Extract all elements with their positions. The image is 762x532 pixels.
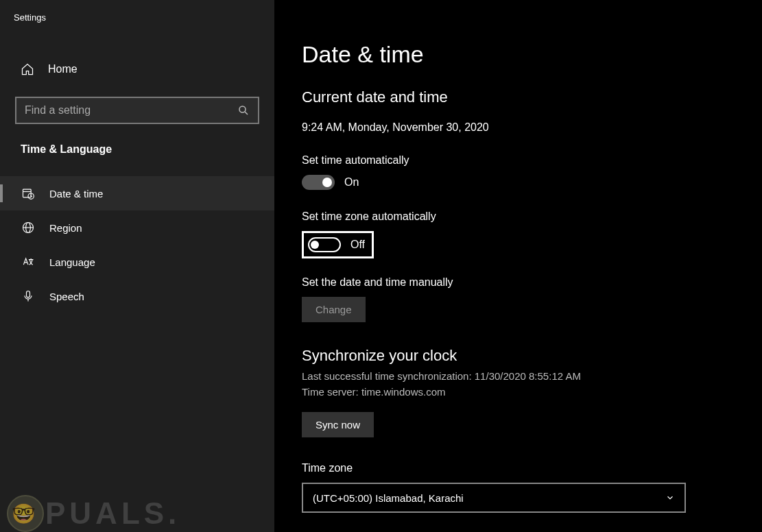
set-tz-auto-toggle[interactable]	[308, 237, 341, 252]
timezone-label: Time zone	[302, 462, 735, 474]
change-button[interactable]: Change	[302, 297, 366, 322]
sync-server-line: Time server: time.windows.com	[302, 385, 735, 400]
sync-clock-heading: Synchronize your clock	[302, 347, 735, 365]
set-tz-auto-label: Set time zone automatically	[302, 210, 735, 223]
app-title: Settings	[0, 12, 274, 23]
sidebar-item-label: Speech	[49, 291, 84, 302]
calendar-clock-icon	[21, 186, 36, 201]
sidebar-item-label: Date & time	[49, 188, 103, 200]
main-content: Date & time Current date and time 9:24 A…	[274, 0, 762, 532]
set-tz-auto-state: Off	[350, 239, 365, 251]
sidebar-item-region[interactable]: Region	[0, 210, 274, 245]
manual-datetime-label: Set the date and time manually	[302, 276, 735, 289]
set-time-auto-label: Set time automatically	[302, 154, 735, 167]
svg-line-6	[31, 196, 32, 197]
home-icon	[21, 62, 34, 76]
sidebar-item-label: Language	[49, 256, 95, 268]
page-title: Date & time	[302, 41, 735, 68]
sidebar-item-speech[interactable]: Speech	[0, 279, 274, 313]
sidebar-item-label: Region	[49, 222, 82, 234]
current-datetime-value: 9:24 AM, Monday, November 30, 2020	[302, 121, 735, 134]
set-tz-auto-highlight: Off	[302, 231, 374, 258]
search-input[interactable]	[25, 104, 237, 117]
svg-rect-10	[27, 291, 30, 298]
set-time-auto-toggle[interactable]	[302, 175, 335, 190]
sync-info: Last successful time synchronization: 11…	[302, 369, 735, 400]
sidebar-item-language[interactable]: Language	[0, 245, 274, 279]
chevron-down-icon	[665, 493, 675, 503]
language-icon	[21, 254, 36, 269]
timezone-dropdown[interactable]: (UTC+05:00) Islamabad, Karachi	[302, 483, 686, 513]
microphone-icon	[21, 289, 36, 304]
settings-sidebar: Settings Home Time & Language	[0, 0, 274, 532]
timezone-value: (UTC+05:00) Islamabad, Karachi	[313, 492, 464, 504]
search-box[interactable]	[15, 97, 259, 124]
home-nav[interactable]: Home	[0, 57, 274, 82]
current-datetime-heading: Current date and time	[302, 88, 735, 106]
svg-line-1	[245, 112, 248, 114]
sync-now-button[interactable]: Sync now	[302, 412, 374, 437]
set-time-auto-state: On	[344, 176, 359, 189]
globe-icon	[21, 220, 36, 235]
sidebar-item-date-time[interactable]: Date & time	[0, 176, 274, 210]
search-icon	[237, 104, 250, 117]
sync-last-line: Last successful time synchronization: 11…	[302, 369, 735, 385]
home-label: Home	[48, 63, 78, 75]
svg-point-0	[239, 106, 246, 112]
category-header: Time & Language	[0, 143, 274, 156]
